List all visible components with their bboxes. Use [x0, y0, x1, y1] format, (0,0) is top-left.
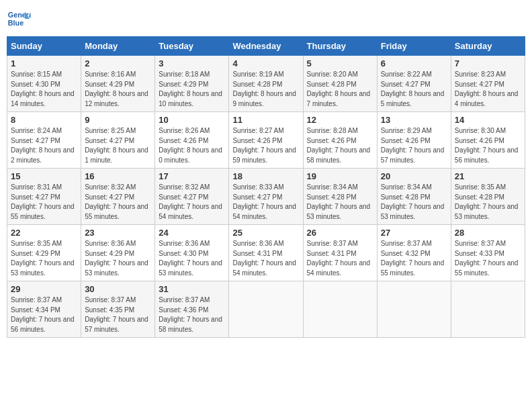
calendar-cell: 11 Sunrise: 8:27 AMSunset: 4:26 PMDaylig… [229, 112, 303, 169]
day-number: 28 [455, 228, 521, 238]
calendar-cell: 10 Sunrise: 8:26 AMSunset: 4:26 PMDaylig… [155, 112, 229, 169]
day-number: 16 [85, 171, 151, 181]
day-number: 10 [159, 115, 225, 125]
day-detail: Sunrise: 8:37 AMSunset: 4:34 PMDaylight:… [11, 296, 75, 333]
day-header-sunday: Sunday [7, 37, 81, 56]
day-detail: Sunrise: 8:32 AMSunset: 4:27 PMDaylight:… [159, 183, 222, 220]
day-detail: Sunrise: 8:35 AMSunset: 4:29 PMDaylight:… [11, 240, 75, 277]
calendar-cell: 17 Sunrise: 8:32 AMSunset: 4:27 PMDaylig… [155, 169, 229, 225]
calendar-week-1: 1 Sunrise: 8:15 AMSunset: 4:30 PMDayligh… [7, 56, 525, 112]
day-detail: Sunrise: 8:27 AMSunset: 4:26 PMDaylight:… [232, 127, 296, 164]
day-detail: Sunrise: 8:36 AMSunset: 4:30 PMDaylight:… [159, 240, 222, 277]
logo-icon: General Blue [7, 7, 31, 31]
calendar-cell: 23 Sunrise: 8:36 AMSunset: 4:29 PMDaylig… [81, 225, 155, 281]
page-header: General Blue [7, 7, 525, 31]
day-number: 29 [11, 284, 77, 294]
day-number: 30 [85, 284, 151, 294]
calendar-week-2: 8 Sunrise: 8:24 AMSunset: 4:27 PMDayligh… [7, 112, 525, 169]
day-detail: Sunrise: 8:37 AMSunset: 4:33 PMDaylight:… [455, 240, 519, 277]
day-number: 15 [11, 171, 77, 181]
day-number: 4 [232, 58, 299, 68]
day-detail: Sunrise: 8:26 AMSunset: 4:26 PMDaylight:… [159, 127, 222, 164]
day-number: 1 [11, 58, 77, 68]
calendar-cell: 13 Sunrise: 8:29 AMSunset: 4:26 PMDaylig… [377, 112, 451, 169]
day-detail: Sunrise: 8:15 AMSunset: 4:30 PMDaylight:… [11, 71, 75, 107]
day-detail: Sunrise: 8:19 AMSunset: 4:28 PMDaylight:… [232, 71, 296, 107]
calendar-cell: 27 Sunrise: 8:37 AMSunset: 4:32 PMDaylig… [377, 225, 451, 281]
day-detail: Sunrise: 8:28 AMSunset: 4:26 PMDaylight:… [307, 127, 371, 164]
day-number: 7 [455, 58, 521, 68]
day-detail: Sunrise: 8:23 AMSunset: 4:27 PMDaylight:… [455, 71, 519, 107]
calendar-cell: 12 Sunrise: 8:28 AMSunset: 4:26 PMDaylig… [303, 112, 377, 169]
calendar-cell: 5 Sunrise: 8:20 AMSunset: 4:28 PMDayligh… [303, 56, 377, 112]
day-detail: Sunrise: 8:34 AMSunset: 4:28 PMDaylight:… [307, 183, 371, 220]
day-detail: Sunrise: 8:30 AMSunset: 4:26 PMDaylight:… [455, 127, 519, 164]
day-number: 22 [11, 228, 77, 238]
calendar-cell: 19 Sunrise: 8:34 AMSunset: 4:28 PMDaylig… [303, 169, 377, 225]
day-number: 14 [455, 115, 521, 125]
day-number: 12 [307, 115, 373, 125]
day-detail: Sunrise: 8:36 AMSunset: 4:29 PMDaylight:… [85, 240, 148, 277]
calendar-cell: 8 Sunrise: 8:24 AMSunset: 4:27 PMDayligh… [7, 112, 81, 169]
calendar-cell [229, 281, 303, 338]
day-detail: Sunrise: 8:22 AMSunset: 4:27 PMDaylight:… [381, 71, 445, 107]
calendar-cell [303, 281, 377, 338]
calendar-cell [377, 281, 451, 338]
day-detail: Sunrise: 8:37 AMSunset: 4:35 PMDaylight:… [85, 296, 148, 333]
calendar-cell: 21 Sunrise: 8:35 AMSunset: 4:28 PMDaylig… [451, 169, 525, 225]
calendar-cell: 3 Sunrise: 8:18 AMSunset: 4:29 PMDayligh… [155, 56, 229, 112]
day-detail: Sunrise: 8:18 AMSunset: 4:29 PMDaylight:… [159, 71, 222, 107]
calendar-cell: 2 Sunrise: 8:16 AMSunset: 4:29 PMDayligh… [81, 56, 155, 112]
day-detail: Sunrise: 8:24 AMSunset: 4:27 PMDaylight:… [11, 127, 75, 164]
calendar-cell: 20 Sunrise: 8:34 AMSunset: 4:28 PMDaylig… [377, 169, 451, 225]
day-detail: Sunrise: 8:34 AMSunset: 4:28 PMDaylight:… [381, 183, 445, 220]
day-header-saturday: Saturday [451, 37, 525, 56]
day-number: 17 [159, 171, 225, 181]
calendar-cell: 6 Sunrise: 8:22 AMSunset: 4:27 PMDayligh… [377, 56, 451, 112]
day-detail: Sunrise: 8:37 AMSunset: 4:32 PMDaylight:… [381, 240, 445, 277]
day-header-wednesday: Wednesday [229, 37, 303, 56]
day-number: 18 [232, 171, 299, 181]
calendar-week-5: 29 Sunrise: 8:37 AMSunset: 4:34 PMDaylig… [7, 281, 525, 338]
day-number: 23 [85, 228, 151, 238]
calendar-cell: 15 Sunrise: 8:31 AMSunset: 4:27 PMDaylig… [7, 169, 81, 225]
calendar-cell: 31 Sunrise: 8:37 AMSunset: 4:36 PMDaylig… [155, 281, 229, 338]
day-detail: Sunrise: 8:37 AMSunset: 4:36 PMDaylight:… [159, 296, 222, 333]
calendar-week-4: 22 Sunrise: 8:35 AMSunset: 4:29 PMDaylig… [7, 225, 525, 281]
day-number: 3 [159, 58, 225, 68]
day-detail: Sunrise: 8:37 AMSunset: 4:31 PMDaylight:… [307, 240, 371, 277]
calendar-cell: 25 Sunrise: 8:36 AMSunset: 4:31 PMDaylig… [229, 225, 303, 281]
calendar-header: SundayMondayTuesdayWednesdayThursdayFrid… [7, 37, 525, 56]
day-number: 26 [307, 228, 373, 238]
calendar-cell: 4 Sunrise: 8:19 AMSunset: 4:28 PMDayligh… [229, 56, 303, 112]
calendar-cell: 29 Sunrise: 8:37 AMSunset: 4:34 PMDaylig… [7, 281, 81, 338]
day-number: 5 [307, 58, 373, 68]
calendar-cell: 1 Sunrise: 8:15 AMSunset: 4:30 PMDayligh… [7, 56, 81, 112]
day-number: 6 [381, 58, 447, 68]
day-detail: Sunrise: 8:35 AMSunset: 4:28 PMDaylight:… [455, 183, 519, 220]
calendar-cell: 7 Sunrise: 8:23 AMSunset: 4:27 PMDayligh… [451, 56, 525, 112]
day-number: 31 [159, 284, 225, 294]
day-number: 9 [85, 115, 151, 125]
day-number: 20 [381, 171, 447, 181]
day-detail: Sunrise: 8:25 AMSunset: 4:27 PMDaylight:… [85, 127, 148, 164]
calendar-cell: 26 Sunrise: 8:37 AMSunset: 4:31 PMDaylig… [303, 225, 377, 281]
day-number: 2 [85, 58, 151, 68]
calendar-cell: 30 Sunrise: 8:37 AMSunset: 4:35 PMDaylig… [81, 281, 155, 338]
calendar-cell: 16 Sunrise: 8:32 AMSunset: 4:27 PMDaylig… [81, 169, 155, 225]
day-number: 27 [381, 228, 447, 238]
day-number: 21 [455, 171, 521, 181]
calendar-cell: 18 Sunrise: 8:33 AMSunset: 4:27 PMDaylig… [229, 169, 303, 225]
svg-text:Blue: Blue [8, 19, 24, 27]
calendar-cell: 24 Sunrise: 8:36 AMSunset: 4:30 PMDaylig… [155, 225, 229, 281]
day-header-tuesday: Tuesday [155, 37, 229, 56]
day-detail: Sunrise: 8:31 AMSunset: 4:27 PMDaylight:… [11, 183, 75, 220]
day-number: 13 [381, 115, 447, 125]
calendar-cell [451, 281, 525, 338]
calendar-cell: 14 Sunrise: 8:30 AMSunset: 4:26 PMDaylig… [451, 112, 525, 169]
logo: General Blue [7, 7, 31, 31]
day-detail: Sunrise: 8:16 AMSunset: 4:29 PMDaylight:… [85, 71, 148, 107]
day-header-thursday: Thursday [303, 37, 377, 56]
calendar-cell: 9 Sunrise: 8:25 AMSunset: 4:27 PMDayligh… [81, 112, 155, 169]
day-detail: Sunrise: 8:20 AMSunset: 4:28 PMDaylight:… [307, 71, 371, 107]
